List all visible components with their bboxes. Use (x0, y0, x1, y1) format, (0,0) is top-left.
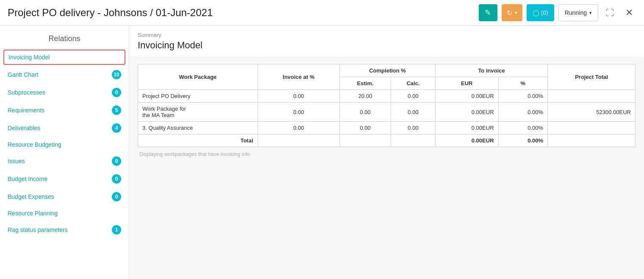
table-row-total: Total 0.00EUR 0.00% (138, 134, 636, 147)
edit-button[interactable]: ✎ (479, 4, 497, 21)
sidebar-item-subprocesses[interactable]: Subprocesses 0 (0, 84, 129, 101)
sidebar-item-label: Gantt Chart (8, 71, 38, 78)
col-to-invoice-pct: % (498, 77, 548, 90)
sidebar-item-deliverables[interactable]: Deliverables 4 (0, 119, 129, 137)
cell-to-invoice-eur: 0.00EUR (435, 90, 498, 103)
cell-total-eur: 0.00EUR (435, 134, 498, 147)
sidebar-item-rag-status[interactable]: Rag status parameters 1 (0, 221, 129, 239)
cell-work-package: Project PO Delivery (138, 90, 258, 103)
sync-chevron: ▾ (515, 10, 517, 16)
cell-estim: 0.00 (340, 122, 391, 134)
sidebar: Relations Invoicing Model Gantt Chart 10… (0, 26, 129, 279)
cell-to-invoice-pct: 0.00% (498, 122, 548, 134)
close-button[interactable]: ✕ (622, 6, 636, 20)
sidebar-badge: 0 (112, 192, 121, 201)
cell-to-invoice-pct: 0.00% (498, 90, 548, 103)
sidebar-badge: 0 (112, 156, 121, 166)
cell-project-total (548, 90, 636, 103)
edit-icon: ✎ (485, 8, 491, 17)
fullscreen-button[interactable]: ⛶ (602, 6, 618, 20)
col-completion-calc: Calc. (391, 77, 436, 90)
table-container: Work Package Invoice at % Completion % T… (129, 57, 644, 165)
sidebar-item-label: Subprocesses (8, 89, 45, 96)
cell-calc: 0.00 (391, 122, 436, 134)
cell-invoice-at: 0.00 (258, 122, 340, 134)
header: Project PO delivery - Johnsons / 01-Jun-… (0, 0, 644, 26)
sidebar-item-label: Deliverables (8, 125, 40, 131)
cell-total-pct: 0.00% (498, 134, 548, 147)
invoicing-table: Work Package Invoice at % Completion % T… (138, 64, 636, 147)
sidebar-item-budget-expenses[interactable]: Budget Expenses 0 (0, 188, 129, 206)
status-button[interactable]: Running ▾ (558, 4, 598, 21)
cell-work-package: 3. Quality Assurance (138, 122, 258, 134)
sidebar-badge: 1 (112, 225, 121, 234)
cell-estim: 0.00 (340, 103, 391, 122)
cell-project-total (548, 122, 636, 134)
breadcrumb: Summary (138, 32, 636, 38)
sidebar-item-invoicing-model[interactable]: Invoicing Model (3, 50, 125, 65)
cell-calc: 0.00 (391, 103, 436, 122)
table-note: Displaying workpackages that have invoic… (138, 151, 636, 158)
col-work-package: Work Package (138, 64, 258, 90)
sidebar-item-resource-planning[interactable]: Resource Planning (0, 206, 129, 221)
cell-total-label: Total (138, 134, 258, 147)
content-area: Summary Invoicing Model Work Package Inv… (129, 26, 644, 279)
table-row: 3. Quality Assurance 0.00 0.00 0.00 0.00… (138, 122, 636, 134)
sidebar-badge: 10 (112, 70, 121, 79)
content-header: Summary Invoicing Model (129, 26, 644, 57)
sidebar-item-label: Issues (8, 158, 25, 165)
sidebar-item-requirements[interactable]: Requirements 5 (0, 101, 129, 119)
sidebar-badge: 0 (112, 88, 121, 97)
sync-icon: ↻ (507, 9, 512, 17)
cell-total-project-total (548, 134, 636, 147)
sync-button[interactable]: ↻ ▾ (502, 4, 522, 21)
col-completion-estim: Estim. (340, 77, 391, 90)
cell-work-package: Work Package forthe MA Team (138, 103, 258, 122)
table-row: Work Package forthe MA Team 0.00 0.00 0.… (138, 103, 636, 122)
chat-label: ◯ (0) (533, 9, 548, 16)
sidebar-item-label: Rag status parameters (8, 226, 68, 233)
sidebar-badge: 5 (112, 106, 121, 115)
sidebar-item-gantt-chart[interactable]: Gantt Chart 10 (0, 66, 129, 84)
cell-calc: 0.00 (391, 90, 436, 103)
cell-invoice-at: 0.00 (258, 103, 340, 122)
cell-total-invoice-at (258, 134, 340, 147)
page-title: Project PO delivery - Johnsons / 01-Jun-… (8, 7, 475, 19)
cell-total-calc (391, 134, 436, 147)
cell-to-invoice-pct: 0.00% (498, 103, 548, 122)
sidebar-item-label: Requirements (8, 107, 44, 114)
window: Project PO delivery - Johnsons / 01-Jun-… (0, 0, 644, 279)
cell-invoice-at: 0.00 (258, 90, 340, 103)
sidebar-item-label: Invoicing Model (8, 54, 50, 61)
sidebar-item-budget-income[interactable]: Budget Income 0 (0, 170, 129, 188)
sidebar-item-resource-budgeting[interactable]: Resource Budgeting (0, 137, 129, 152)
sidebar-badge: 0 (112, 174, 121, 184)
main-layout: Relations Invoicing Model Gantt Chart 10… (0, 26, 644, 279)
chat-button[interactable]: ◯ (0) (527, 4, 554, 21)
col-project-total: Project Total (548, 64, 636, 90)
cell-project-total: 52300.00EUR (548, 103, 636, 122)
col-to-invoice-eur: EUR (435, 77, 498, 90)
sidebar-item-label: Resource Planning (8, 210, 58, 217)
sidebar-item-issues[interactable]: Issues 0 (0, 152, 129, 170)
sidebar-item-label: Budget Expenses (8, 193, 54, 200)
cell-to-invoice-eur: 0.00EUR (435, 103, 498, 122)
status-chevron-icon: ▾ (589, 10, 592, 16)
close-icon: ✕ (625, 7, 633, 18)
fullscreen-icon: ⛶ (606, 8, 614, 17)
sidebar-item-label: Resource Budgeting (8, 141, 61, 148)
table-row: Project PO Delivery 0.00 20.00 0.00 0.00… (138, 90, 636, 103)
col-to-invoice-group: To invoice (435, 64, 547, 77)
status-label: Running (565, 9, 587, 16)
col-invoice-at: Invoice at % (258, 64, 340, 90)
col-completion-group: Completion % (340, 64, 436, 77)
cell-to-invoice-eur: 0.00EUR (435, 122, 498, 134)
sidebar-item-label: Budget Income (8, 176, 47, 182)
content-title: Invoicing Model (138, 40, 636, 55)
cell-estim: 20.00 (340, 90, 391, 103)
sidebar-badge: 4 (112, 123, 121, 133)
sidebar-heading: Relations (0, 30, 129, 49)
cell-total-estim (340, 134, 391, 147)
